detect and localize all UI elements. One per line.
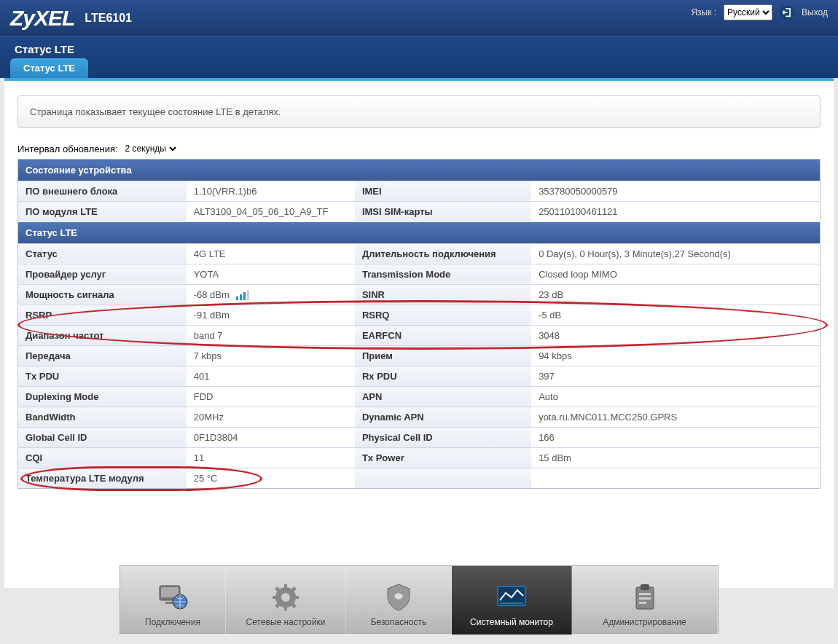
value-sinr: 23 dB — [531, 284, 820, 305]
svg-rect-24 — [639, 597, 651, 600]
svg-rect-0 — [236, 297, 238, 300]
svg-rect-12 — [273, 596, 277, 599]
chart-icon — [496, 582, 528, 613]
value-signal: -68 dBm — [187, 284, 355, 305]
label-lte-fw: ПО модуля LTE — [18, 202, 187, 222]
label-imei: IMEI — [355, 181, 531, 202]
label-sinr: SINR — [355, 284, 531, 305]
svg-rect-10 — [284, 584, 287, 589]
label-provider: Провайдер услуг — [18, 264, 187, 284]
bottom-nav: Подключения Сетевые настройки Безопаснос… — [120, 565, 718, 634]
sub-header: Статус LTE Статус LTE — [0, 36, 838, 78]
section-lte-status: Статус LTE — [18, 222, 821, 244]
gear-icon — [271, 582, 300, 613]
nav-network-settings[interactable]: Сетевые настройки — [226, 566, 346, 635]
refresh-interval-select[interactable]: 2 секунды — [122, 143, 179, 154]
label-imsi: IMSI SIM-карты — [355, 202, 531, 222]
value-empty — [531, 468, 820, 489]
top-header: ZyXEL LTE6101 Язык : Русский Выход — [0, 0, 838, 36]
value-lte-fw: ALT3100_04_05_06_10_A9_TF — [187, 202, 355, 222]
label-tx: Передача — [18, 346, 187, 366]
content-area: Страница показывает текущее состояние LT… — [4, 78, 834, 588]
label-earfcn: EARFCN — [355, 326, 531, 346]
svg-rect-22 — [641, 584, 649, 590]
value-bw: 20MHz — [187, 407, 355, 428]
label-band: Диапазон частот — [18, 326, 187, 346]
value-duplex: FDD — [187, 387, 355, 407]
svg-rect-2 — [243, 292, 246, 300]
nav-connections[interactable]: Подключения — [120, 566, 226, 635]
signal-icon — [232, 289, 251, 300]
svg-rect-1 — [240, 294, 242, 300]
value-txpdu: 401 — [187, 366, 355, 387]
label-empty — [355, 468, 531, 489]
label-rxpdu: Rx PDU — [355, 366, 531, 387]
value-dynapn: yota.ru.MNC011.MCC250.GPRS — [531, 407, 820, 428]
label-signal: Мощность сигнала — [18, 284, 187, 305]
label-dynapn: Dynamic APN — [355, 407, 531, 428]
value-ext-fw: 1.10(VRR.1)b6 — [187, 181, 355, 202]
page-title: Статус LTE — [10, 37, 828, 58]
label-ext-fw: ПО внешнего блока — [18, 181, 187, 202]
label-txpower: Tx Power — [355, 448, 531, 468]
label-gcid: Global Cell ID — [18, 428, 187, 448]
label-txpdu: Tx PDU — [18, 366, 187, 387]
value-duration: 0 Day(s), 0 Hour(s), 3 Minute(s),27 Seco… — [531, 243, 820, 264]
label-rsrp: RSRP — [18, 305, 187, 326]
value-rsrq: -5 dB — [531, 305, 820, 326]
value-imei: 353780050000579 — [531, 181, 820, 202]
label-pcid: Physical Cell ID — [355, 428, 531, 448]
label-temp: Температура LTE модуля — [18, 468, 187, 489]
nav-label: Безопасность — [371, 617, 427, 627]
language-label: Язык : — [691, 7, 716, 17]
page-description: Страница показывает текущее состояние LT… — [17, 95, 821, 128]
value-temp: 25 °C — [187, 468, 355, 489]
header-controls: Язык : Русский Выход — [691, 4, 828, 20]
nav-label: Системный монитор — [470, 617, 553, 627]
value-txpower: 15 dBm — [531, 448, 820, 468]
nav-label: Администрирование — [603, 617, 686, 627]
label-bw: BandWidth — [18, 407, 187, 428]
nav-system-monitor[interactable]: Системный монитор — [452, 566, 572, 635]
tab-lte-status[interactable]: Статус LTE — [10, 58, 88, 78]
clipboard-icon — [632, 582, 658, 613]
label-duration: Длительность подключения — [355, 243, 531, 264]
nav-security[interactable]: Безопасность — [346, 566, 452, 635]
label-duplex: Duplexing Mode — [18, 387, 187, 407]
value-gcid: 0F1D3804 — [187, 428, 355, 448]
value-tx: 7 kbps — [187, 346, 355, 366]
value-cqi: 11 — [187, 448, 355, 468]
svg-point-9 — [281, 593, 290, 602]
value-apn: Auto — [531, 387, 820, 407]
brand-logo: ZyXEL — [10, 6, 74, 31]
shield-icon — [385, 582, 412, 613]
refresh-label: Интервал обновления: — [17, 144, 118, 154]
value-band: band 7 — [187, 326, 355, 346]
logout-label[interactable]: Выход — [802, 7, 828, 17]
nav-label: Сетевые настройки — [246, 617, 326, 627]
status-table: Состояние устройства ПО внешнего блока 1… — [17, 159, 821, 489]
monitor-globe-icon — [157, 582, 189, 613]
label-rx: Прием — [355, 346, 531, 366]
svg-rect-23 — [639, 593, 651, 595]
label-status: Статус — [18, 243, 187, 264]
nav-label: Подключения — [145, 617, 200, 627]
value-rsrp: -91 dBm — [187, 305, 355, 326]
nav-administration[interactable]: Администрирование — [572, 566, 718, 635]
value-rx: 94 kbps — [531, 346, 820, 366]
label-cqi: CQI — [18, 448, 187, 468]
svg-rect-25 — [639, 602, 646, 604]
value-status: 4G LTE — [187, 243, 355, 264]
language-select[interactable]: Русский — [724, 4, 772, 20]
svg-rect-19 — [498, 587, 525, 605]
value-imsi: 250110100461121 — [531, 202, 820, 222]
value-provider: YOTA — [187, 264, 355, 284]
value-rxpdu: 397 — [531, 366, 820, 387]
svg-rect-13 — [294, 596, 299, 599]
label-apn: APN — [355, 387, 531, 407]
svg-rect-11 — [284, 606, 287, 610]
label-txmode: Transmission Mode — [355, 264, 531, 284]
logout-icon[interactable] — [780, 5, 794, 20]
label-rsrq: RSRQ — [355, 305, 531, 326]
value-earfcn: 3048 — [531, 326, 820, 346]
